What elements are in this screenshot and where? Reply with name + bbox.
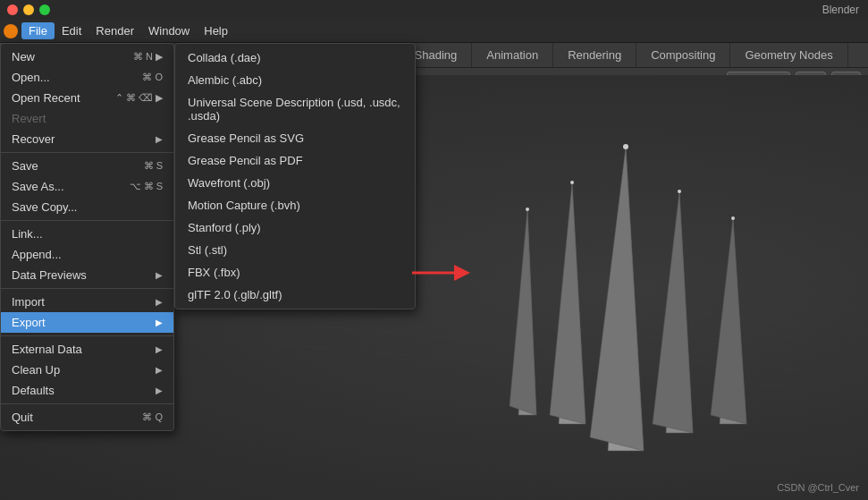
export-collada[interactable]: Collada (.dae) <box>175 47 415 69</box>
import-arrow: ▶ <box>156 297 163 307</box>
export-motion-capture[interactable]: Motion Capture (.bvh) <box>175 194 415 216</box>
motion-capture-label: Motion Capture (.bvh) <box>188 199 300 212</box>
menu-save-as[interactable]: Save As... ⌥ ⌘ S <box>1 176 173 197</box>
export-stl[interactable]: Stl (.stl) <box>175 239 415 261</box>
menu-save[interactable]: Save ⌘ S <box>1 156 173 176</box>
menu-link[interactable]: Link... <box>1 224 173 244</box>
menu-render[interactable]: Render <box>88 22 141 39</box>
save-as-label: Save As... <box>12 180 64 193</box>
open-shortcut: ⌘ O <box>142 72 163 83</box>
menu-clean-up[interactable]: Clean Up ▶ <box>1 360 173 380</box>
usd-label: Universal Scene Description (.usd, .usdc… <box>188 96 402 123</box>
new-shortcut: ⌘ N ▶ <box>133 51 163 63</box>
stl-label: Stl (.stl) <box>188 243 227 257</box>
external-data-arrow: ▶ <box>156 344 163 354</box>
menu-bar: File Edit Render Window Help <box>0 20 868 43</box>
fbx-label: FBX (.fbx) <box>188 266 240 279</box>
gltf-label: glTF 2.0 (.glb/.gltf) <box>188 288 282 301</box>
export-fbx[interactable]: FBX (.fbx) <box>175 261 415 284</box>
recover-arrow: ▶ <box>156 134 163 144</box>
wavefront-label: Wavefront (.obj) <box>188 176 270 190</box>
save-as-shortcut: ⌥ ⌘ S <box>130 181 163 192</box>
import-label: Import <box>12 295 45 309</box>
save-label: Save <box>12 159 38 173</box>
clean-up-arrow: ▶ <box>156 365 163 375</box>
maximize-button[interactable] <box>39 4 50 15</box>
menu-open[interactable]: Open... ⌘ O <box>1 67 173 88</box>
grease-pdf-label: Grease Pencil as PDF <box>188 154 303 167</box>
separator-3 <box>1 288 173 289</box>
separator-4 <box>1 335 173 336</box>
menu-open-recent[interactable]: Open Recent ⌃ ⌘ ⌫ ▶ <box>1 88 173 108</box>
append-label: Append... <box>12 248 62 261</box>
title-bar: Blender <box>0 0 868 20</box>
separator-5 <box>1 403 173 404</box>
export-grease-pdf[interactable]: Grease Pencil as PDF <box>175 149 415 172</box>
collada-label: Collada (.dae) <box>188 51 261 64</box>
export-label: Export <box>12 316 46 329</box>
svg-marker-14 <box>711 218 746 424</box>
menu-data-previews[interactable]: Data Previews ▶ <box>1 265 173 285</box>
export-usd[interactable]: Universal Scene Description (.usd, .usdc… <box>175 91 415 127</box>
separator-1 <box>1 152 173 153</box>
defaults-label: Defaults <box>12 384 55 397</box>
svg-marker-6 <box>510 209 536 415</box>
link-label: Link... <box>12 227 43 241</box>
export-alembic[interactable]: Alembic (.abc) <box>175 69 415 91</box>
defaults-arrow: ▶ <box>156 386 163 395</box>
stanford-label: Stanford (.ply) <box>188 221 261 234</box>
export-gltf[interactable]: glTF 2.0 (.glb/.gltf) <box>175 284 415 306</box>
menu-import[interactable]: Import ▶ <box>1 292 173 312</box>
svg-marker-12 <box>653 191 693 433</box>
svg-point-19 <box>731 216 735 220</box>
menu-recover[interactable]: Recover ▶ <box>1 129 173 149</box>
title-bar-title: Blender <box>822 4 859 16</box>
red-arrow-icon <box>410 262 473 284</box>
tab-geometry-nodes[interactable]: Geometry Nodes <box>730 43 847 67</box>
export-grease-svg[interactable]: Grease Pencil as SVG <box>175 127 415 149</box>
svg-point-16 <box>570 181 574 184</box>
quit-label: Quit <box>12 411 33 424</box>
watermark: CSDN @Ctrl_Cver <box>777 482 859 493</box>
open-recent-label: Open Recent <box>12 91 80 105</box>
separator-2 <box>1 220 173 221</box>
menu-quit[interactable]: Quit ⌘ Q <box>1 407 173 428</box>
svg-marker-8 <box>550 182 586 424</box>
blender-icon <box>4 24 18 38</box>
clean-up-label: Clean Up <box>12 363 60 377</box>
open-recent-shortcut: ⌃ ⌘ ⌫ ▶ <box>115 92 163 104</box>
open-label: Open... <box>12 71 50 84</box>
new-label: New <box>12 50 35 64</box>
tab-animation[interactable]: Animation <box>472 43 553 67</box>
menu-revert: Revert <box>1 108 173 129</box>
minimize-button[interactable] <box>23 4 34 15</box>
menu-append[interactable]: Append... <box>1 244 173 265</box>
tab-compositing[interactable]: Compositing <box>636 43 730 67</box>
export-arrow: ▶ <box>156 318 163 327</box>
close-button[interactable] <box>7 4 18 15</box>
menu-new[interactable]: New ⌘ N ▶ <box>1 47 173 67</box>
menu-window[interactable]: Window <box>141 22 197 39</box>
menu-help[interactable]: Help <box>197 22 235 39</box>
svg-marker-10 <box>590 147 644 451</box>
export-stanford[interactable]: Stanford (.ply) <box>175 216 415 239</box>
tab-rendering[interactable]: Rendering <box>553 43 636 67</box>
data-previews-label: Data Previews <box>12 268 87 282</box>
data-previews-arrow: ▶ <box>156 270 163 280</box>
export-wavefront[interactable]: Wavefront (.obj) <box>175 172 415 194</box>
menu-edit[interactable]: Edit <box>55 22 88 39</box>
alembic-label: Alembic (.abc) <box>188 73 262 87</box>
export-submenu: Collada (.dae) Alembic (.abc) Universal … <box>174 43 416 309</box>
revert-label: Revert <box>12 112 46 125</box>
menu-file[interactable]: File <box>21 22 55 39</box>
menu-save-copy[interactable]: Save Copy... <box>1 197 173 217</box>
menu-defaults[interactable]: Defaults ▶ <box>1 380 173 401</box>
svg-point-15 <box>526 208 529 211</box>
recover-label: Recover <box>12 132 55 146</box>
quit-shortcut: ⌘ Q <box>142 411 163 423</box>
menu-external-data[interactable]: External Data ▶ <box>1 339 173 360</box>
grease-svg-label: Grease Pencil as SVG <box>188 131 304 145</box>
external-data-label: External Data <box>12 343 82 356</box>
file-dropdown: New ⌘ N ▶ Open... ⌘ O Open Recent ⌃ ⌘ ⌫ … <box>0 43 174 431</box>
menu-export[interactable]: Export ▶ <box>1 312 173 333</box>
